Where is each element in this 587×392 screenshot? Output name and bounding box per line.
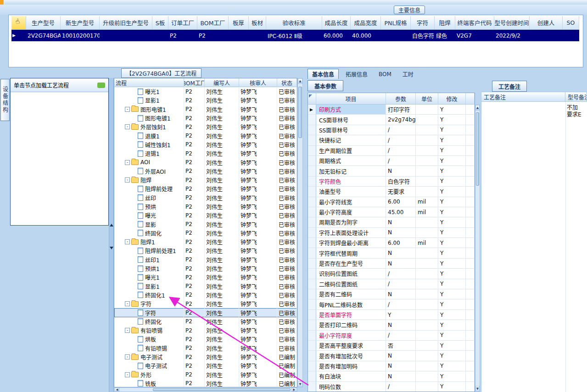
param-value-cell[interactable]: N xyxy=(386,217,416,227)
top-column-header[interactable]: 生产型号 xyxy=(26,16,61,30)
param-item-cell[interactable]: 每PNL二维码总数 xyxy=(316,299,386,309)
top-column-header[interactable]: 板材 xyxy=(249,16,266,30)
param-unit-cell[interactable] xyxy=(416,299,438,309)
param-value-cell[interactable]: N xyxy=(386,371,416,381)
param-item-cell[interactable]: 油墨型号 xyxy=(316,187,386,197)
param-item-cell[interactable]: 是否有二维码 xyxy=(316,289,386,299)
tree-row[interactable]: 显影P2刘伟生钟梦飞已审核 xyxy=(114,220,297,228)
param-modify-cell[interactable]: Y xyxy=(438,259,466,269)
expander-collapse-icon[interactable]: - xyxy=(125,301,130,306)
top-column-header[interactable]: 成品宽度 xyxy=(351,16,381,30)
parameter-row[interactable]: 是否打印二维码NY xyxy=(308,320,475,330)
parameter-row[interactable]: 字符颜色白色字符Y xyxy=(308,177,475,187)
parameter-row[interactable]: 是否有增加批次号NY xyxy=(308,351,475,361)
tree-row[interactable]: 铣板P2刘伟生钟梦飞已编制 xyxy=(114,379,297,387)
expander-collapse-icon[interactable]: - xyxy=(125,372,130,377)
tab-process-notes[interactable]: 工艺备注 xyxy=(492,81,527,92)
param-item-cell[interactable]: 字符到焊盘最小距离 xyxy=(316,238,386,248)
param-item-cell[interactable]: CS面菲林号 xyxy=(316,115,386,125)
param-item-cell[interactable]: 是否有增加批次号 xyxy=(316,351,386,361)
top-column-header[interactable]: 终端客户代码 xyxy=(455,16,494,30)
tree-row[interactable]: 图形电镀1P2刘伟生钟梦飞已审核 xyxy=(114,114,297,122)
parameter-row[interactable]: 二维码位置图纸/Y xyxy=(308,279,475,289)
param-unit-cell[interactable] xyxy=(416,289,438,299)
param-unit-cell[interactable] xyxy=(416,177,438,187)
params-vertical-scrollbar[interactable]: ▲ ▼ xyxy=(475,105,480,392)
tree-row[interactable]: 字符P2刘伟生钟梦飞已审核 xyxy=(114,308,297,317)
top-column-header[interactable]: 订单工厂 xyxy=(168,16,197,30)
param-modify-cell[interactable]: Y xyxy=(438,217,466,227)
param-value-cell[interactable]: / xyxy=(386,269,416,279)
parameter-row[interactable]: 是否单面字符YY xyxy=(308,310,475,320)
param-item-cell[interactable]: 周期是否为阴字 xyxy=(316,217,386,227)
tree-row[interactable]: 阻焊前处理P2刘伟生钟梦飞已审核 xyxy=(114,184,297,193)
param-item-cell[interactable]: 字符颜色 xyxy=(316,177,386,187)
scroll-left-icon[interactable]: ◀ xyxy=(114,388,120,392)
tree-row[interactable]: 曝光1P2刘伟生钟梦飞已审核 xyxy=(114,273,297,282)
tree-column-header[interactable]: 流程 xyxy=(114,78,184,87)
param-modify-cell[interactable]: Y xyxy=(438,187,466,197)
param-item-cell[interactable]: 最小字符高度 xyxy=(316,207,386,217)
tree-row[interactable]: 终固化P2刘伟生钟梦飞已审核 xyxy=(114,317,297,326)
tree-row[interactable]: -阻焊P2刘伟生钟梦飞已审核 xyxy=(114,176,297,184)
param-modify-cell[interactable]: Y xyxy=(438,146,466,156)
param-value-cell[interactable]: N xyxy=(386,228,416,238)
param-item-cell[interactable]: 周期格式 xyxy=(316,156,386,166)
parameter-row[interactable]: 最小字符线宽6.00milY xyxy=(308,197,475,207)
tree-row[interactable]: 退膜1P2刘伟生钟梦飞已审核 xyxy=(114,131,297,140)
parameter-row[interactable]: 周期是否为阴字NY xyxy=(308,217,475,227)
parameter-row[interactable]: 生产周期位置/Y xyxy=(308,146,475,156)
param-value-cell[interactable]: 否 xyxy=(386,341,416,351)
tree-column-header[interactable]: 状态 xyxy=(277,78,297,87)
param-value-cell[interactable]: 45.00 xyxy=(386,207,416,217)
parameter-row[interactable]: 字符框代替周期NY xyxy=(308,248,475,258)
tree-vertical-scrollbar[interactable]: ▲ ▼ xyxy=(297,78,303,387)
param-modify-cell[interactable]: Y xyxy=(438,105,466,115)
param-value-cell[interactable]: N xyxy=(386,289,416,299)
param-unit-cell[interactable] xyxy=(416,135,438,145)
scroll-down-icon[interactable]: ▼ xyxy=(298,381,302,387)
param-item-cell[interactable]: 识别码位置图纸 xyxy=(316,269,386,279)
tree-row[interactable]: -电子测试P2刘伟生钟梦飞已编制 xyxy=(114,353,297,361)
param-item-cell[interactable]: 是否有增加明码 xyxy=(316,361,386,371)
tree-row[interactable]: 曝光1P2刘伟生钟梦飞已审核 xyxy=(114,87,297,96)
param-item-cell[interactable]: 是否高平整度要求 xyxy=(316,341,386,351)
parameter-row[interactable]: 周期格式/Y xyxy=(308,156,475,166)
param-unit-cell[interactable] xyxy=(416,166,438,176)
column-chooser-cell[interactable]: ☝ xyxy=(11,16,26,30)
param-unit-cell[interactable] xyxy=(416,115,438,125)
top-column-header[interactable]: 阻焊 xyxy=(435,16,455,30)
param-item-cell[interactable]: 二维码位置图纸 xyxy=(316,279,386,289)
param-value-cell[interactable]: N xyxy=(386,259,416,269)
param-modify-cell[interactable]: Y xyxy=(438,207,466,217)
param-unit-cell[interactable] xyxy=(416,125,438,135)
param-unit-cell[interactable] xyxy=(416,105,438,115)
parameter-row[interactable]: 最小字符高度45.00milY xyxy=(308,207,475,217)
param-unit-cell[interactable] xyxy=(416,382,438,392)
param-modify-cell[interactable]: Y xyxy=(438,320,466,330)
tree-vscroll-thumb[interactable] xyxy=(298,87,302,138)
param-modify-cell[interactable]: Y xyxy=(438,248,466,258)
param-unit-cell[interactable] xyxy=(416,331,438,341)
param-value-cell[interactable]: N xyxy=(386,351,416,361)
expander-collapse-icon[interactable]: - xyxy=(125,124,130,129)
param-column-header[interactable]: 项目 xyxy=(316,93,386,105)
param-modify-cell[interactable]: Y xyxy=(438,125,466,135)
param-modify-cell[interactable]: Y xyxy=(438,228,466,238)
tree-row[interactable]: 丝印1P2刘伟生钟梦飞已审核 xyxy=(114,255,297,264)
expander-collapse-icon[interactable]: - xyxy=(125,328,130,333)
param-value-cell[interactable]: N xyxy=(386,320,416,330)
param-modify-cell[interactable]: Y xyxy=(438,371,466,381)
parameter-row[interactable]: 加无铅标记NY xyxy=(308,166,475,176)
param-item-cell[interactable]: 快捷标记 xyxy=(316,135,386,145)
param-unit-cell[interactable] xyxy=(416,187,438,197)
param-modify-cell[interactable]: Y xyxy=(438,289,466,299)
tree-row[interactable]: -字符P2刘伟生钟梦飞已审核 xyxy=(114,299,297,308)
tree-column-header[interactable]: 编写人 xyxy=(205,78,239,87)
expander-collapse-icon[interactable]: - xyxy=(125,239,130,244)
param-unit-cell[interactable] xyxy=(416,248,438,258)
parameter-row[interactable]: 明码位数/Y xyxy=(308,382,475,392)
tab-equipment-structure[interactable]: 设备结构 xyxy=(0,79,10,121)
param-item-cell[interactable]: 有白油块 xyxy=(316,371,386,381)
top-column-header[interactable]: SO xyxy=(563,16,579,30)
